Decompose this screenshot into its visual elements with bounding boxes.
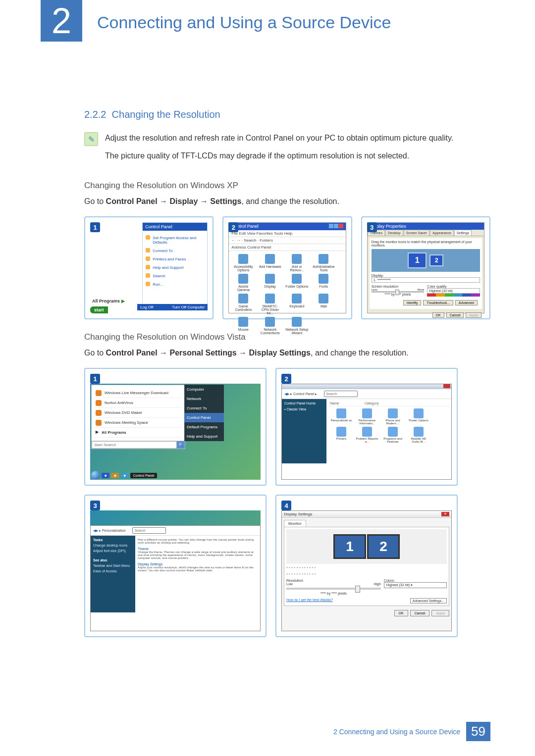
cp-icon[interactable]: Add Hardware <box>259 254 281 272</box>
vper-item-head[interactable]: Display Settings <box>138 562 258 566</box>
xp-all-programs[interactable]: All Programs ▶ <box>92 299 125 303</box>
vcp-icon[interactable]: Problem Reports a... <box>356 427 378 443</box>
vcp-icon[interactable]: Performance Informatio... <box>356 408 378 425</box>
vista-start-search[interactable] <box>92 441 177 449</box>
vcp-icon[interactable]: Personalizati on <box>330 408 353 425</box>
cp-icon[interactable]: Administrative Tools <box>312 254 335 272</box>
vista-right-item[interactable]: Computer <box>184 385 224 394</box>
cp-icon[interactable]: Mouse <box>232 317 255 335</box>
vds-advanced-button[interactable]: Advanced Settings... <box>410 598 447 604</box>
vds-monitor-1[interactable]: 1 <box>333 534 366 559</box>
xp-start-button[interactable]: start <box>90 306 108 313</box>
cp-icon[interactable]: Fonts <box>312 274 335 292</box>
vcp-side-link[interactable]: • Classic View <box>284 406 324 412</box>
dp-res-slider[interactable] <box>372 291 425 293</box>
xp-start-header: Control Panel <box>143 223 207 231</box>
vcp-icon[interactable]: Power Options <box>407 408 430 425</box>
vper-item-head[interactable]: Theme <box>138 547 258 551</box>
vista-start-item[interactable]: Windows DVD Maker <box>95 408 182 418</box>
tab-appearance[interactable]: Appearance <box>430 230 454 236</box>
xp-start-item[interactable]: Help and Support <box>146 263 204 272</box>
close-icon[interactable] <box>443 384 450 388</box>
dp-troubleshoot-button[interactable]: Troubleshoot... <box>423 300 453 305</box>
vds-help-link[interactable]: How do I get the best display? <box>286 598 333 604</box>
dp-monitor-1[interactable]: 1 <box>408 252 427 268</box>
vista-right-item[interactable]: Network <box>184 394 224 403</box>
vds-monitor-area[interactable]: 1 2 <box>286 529 447 564</box>
xp-start-item[interactable]: Search <box>146 272 204 280</box>
vds-col-select[interactable]: Highest (32 bit) ▾ <box>384 582 447 588</box>
vds-ok-button[interactable]: OK <box>394 610 408 616</box>
vcp-titlebar <box>282 384 451 389</box>
vista-right-item[interactable]: Connect To <box>184 403 224 413</box>
vper-task-link[interactable]: Adjust font size (DPI) <box>93 548 133 554</box>
xp-cp-toolbar[interactable]: ← → · Search · Folders <box>229 237 345 244</box>
vper-search[interactable] <box>132 527 166 534</box>
vista-all-programs[interactable]: All Programs <box>95 428 182 438</box>
vper-nav[interactable]: ◀▶ ▸ Personalization <box>91 526 260 536</box>
dp-col-select[interactable]: Highest (32 bit) <box>427 288 480 294</box>
xp-start-item[interactable]: Printers and Faxes <box>146 255 204 263</box>
vista-start-item[interactable]: Windows Live Messenger Download <box>95 388 182 398</box>
cp-icon[interactable]: Adobe Gamma <box>232 274 255 292</box>
vista-start-item[interactable]: Norton AntiVirus <box>95 398 182 408</box>
dp-monitor-area[interactable]: 1 2 <box>372 249 480 272</box>
vista-right-item-highlight[interactable]: Control Panel <box>184 413 224 422</box>
cp-icon[interactable]: Network Connections <box>259 317 281 335</box>
vds-tab-monitor[interactable]: Monitor <box>284 520 306 527</box>
xp-start-items: Set Program Access and Defaults Connect … <box>143 231 207 292</box>
xp-turnoff[interactable]: Turn Off Computer <box>172 305 205 309</box>
cp-icon[interactable]: Display <box>259 274 281 292</box>
cp-icon[interactable]: Network Setup Wizard <box>285 317 308 335</box>
dp-display-select[interactable]: 1. ********** <box>372 277 480 283</box>
cp-icon[interactable]: Game Controllers <box>232 294 255 315</box>
xp-cp-address[interactable]: Address Control Panel <box>229 244 345 251</box>
chapter-header: 2 Connecting and Using a Source Device <box>0 0 535 59</box>
vds-cancel-button[interactable]: Cancel <box>410 610 430 616</box>
vista-right-item[interactable]: Help and Support <box>184 432 224 441</box>
vcp-search[interactable] <box>324 391 358 397</box>
vds-monitor-2[interactable]: 2 <box>367 534 400 559</box>
vds-apply-button[interactable]: Apply <box>431 610 449 616</box>
vista-right-item[interactable]: Default Programs <box>184 422 224 432</box>
vcp-icon[interactable]: Phone and Modem ... <box>381 408 404 425</box>
tab-desktop[interactable]: Desktop <box>385 230 403 236</box>
vcp-side-title[interactable]: Control Panel Home <box>284 402 324 405</box>
window-buttons[interactable] <box>328 224 343 229</box>
vista-start-item[interactable]: Windows Meeting Space <box>95 418 182 428</box>
dp-cancel-button[interactable]: Cancel <box>446 312 464 318</box>
vista-task-item[interactable]: Control Panel <box>130 473 157 478</box>
cp-icon[interactable]: SMARTC-CPN Driver for... <box>259 294 281 315</box>
tab-settings[interactable]: Settings <box>454 230 472 236</box>
cp-icon[interactable]: Folder Options <box>285 274 308 292</box>
dp-apply-button[interactable]: Apply <box>466 312 482 318</box>
close-icon[interactable]: ✕ <box>441 512 449 516</box>
vcp-icon[interactable]: Printers <box>330 427 353 443</box>
dp-ok-button[interactable]: OK <box>432 312 444 318</box>
vcp-columns: Name Category <box>328 401 450 406</box>
xp-screenshot-3: 3 Display Properties Themes Desktop Scre… <box>361 216 490 319</box>
xp-cp-menu[interactable]: File Edit View Favorites Tools Help <box>229 230 345 237</box>
vds-res-slider[interactable] <box>286 588 381 590</box>
vcp-nav[interactable]: ◀▶ ▸ Control Panel ▸ <box>282 389 451 399</box>
dp-advanced-button[interactable]: Advanced <box>455 300 478 305</box>
dp-identify-button[interactable]: Identify <box>403 300 422 305</box>
cp-icon[interactable]: Keyboard <box>285 294 308 315</box>
vista-start-orb[interactable] <box>91 471 100 480</box>
vcp-icon[interactable]: Realtek HD Audio M... <box>407 427 430 443</box>
xp-start-item[interactable]: Connect To <box>146 247 204 255</box>
vper-seealso-link[interactable]: Taskbar and Start Menu <box>93 563 133 568</box>
xp-start-item[interactable]: Set Program Access and Defaults <box>146 234 204 247</box>
cp-icon[interactable]: Add or Remov... <box>285 254 308 272</box>
vcp-icon[interactable]: Programs and Features <box>381 427 404 443</box>
tab-screensaver[interactable]: Screen Saver <box>404 230 429 236</box>
xp-start-item[interactable]: Run... <box>146 280 204 289</box>
xp-dp-titlebar: Display Properties <box>368 223 484 230</box>
cp-icon[interactable]: Accessibility Options <box>232 254 255 272</box>
cp-icon[interactable]: Mail <box>312 294 335 315</box>
dp-monitor-2[interactable]: 2 <box>429 254 443 266</box>
search-icon[interactable]: 🔍 <box>177 441 185 449</box>
vper-seealso-link[interactable]: Ease of Access <box>93 568 133 574</box>
vper-task-link[interactable]: Change desktop icons <box>93 543 133 548</box>
xp-logoff[interactable]: Log Off <box>140 305 153 309</box>
